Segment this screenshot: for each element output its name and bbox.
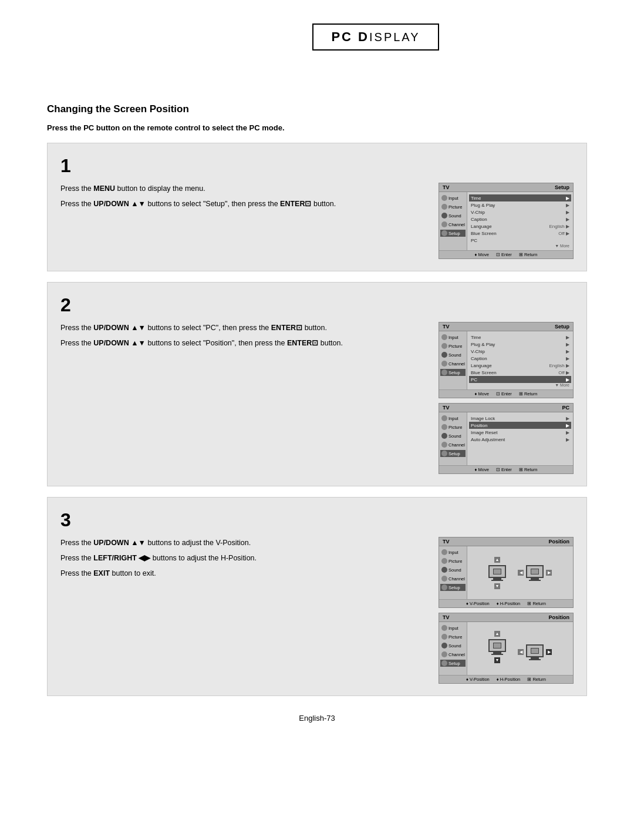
channel-icon-p1 (441, 576, 447, 582)
input-icon-3 (441, 415, 447, 421)
pos-main-1: ▲ (467, 546, 573, 599)
step-2-text: Press the UP/DOWN ▲▼ buttons to select "… (60, 322, 427, 352)
step-2-screen-1: TV Setup Input Picture (439, 322, 574, 398)
setup-icon-p1 (441, 584, 447, 590)
tv-sidebar-3: Input Picture Sound Channel (439, 412, 467, 465)
page-title: PC DISPLAY (331, 29, 420, 45)
input-icon-2 (441, 334, 447, 340)
step-3-screen-1: TV Position Input Picture (439, 537, 574, 608)
right-arrow-2: ▶ (546, 649, 552, 655)
title-box: PC DISPLAY (312, 23, 439, 51)
menu-time: Time▶ (469, 194, 571, 201)
step-3-block: 3 Press the UP/DOWN ▲▼ buttons to adjust… (47, 497, 587, 696)
sidebar-channel: Channel (440, 221, 466, 228)
step-3-text: Press the UP/DOWN ▲▼ buttons to adjust t… (60, 537, 427, 583)
tv-footer: ♦ Move ⊡ Enter ⊞ Return (439, 250, 573, 258)
left-arrow: ◀ (518, 570, 524, 576)
sidebar-sound: Sound (440, 212, 466, 219)
setup-icon-2 (441, 369, 447, 375)
input-icon-p2 (441, 625, 447, 631)
channel-icon-3 (441, 442, 447, 448)
tv-sidebar-pos2: Input Picture Sound Channel (439, 622, 467, 675)
sidebar-input: Input (440, 194, 466, 201)
picture-icon-3 (441, 424, 447, 430)
step-3-number: 3 (60, 509, 574, 531)
sound-icon-3 (441, 433, 447, 439)
more-indicator: ▼ More (471, 244, 569, 248)
step-2-block: 2 Press the UP/DOWN ▲▼ buttons to select… (47, 282, 587, 486)
step-1-screens: TV Setup Input Picture (439, 183, 574, 259)
channel-icon (441, 221, 447, 227)
menu-language: LanguageEnglish ▶ (471, 223, 569, 230)
step-2-screens: TV Setup Input Picture (439, 322, 574, 474)
right-arrow: ▶ (546, 570, 552, 576)
sound-icon-p2 (441, 643, 447, 649)
menu-pc: PC (471, 237, 569, 244)
pos-main-2: ▲ ▼ (467, 622, 573, 675)
title-container: PC DISPLAY (47, 23, 587, 74)
intro-text: Press the PC button on the remote contro… (47, 123, 587, 132)
step-2-number: 2 (60, 294, 574, 316)
input-icon-p1 (441, 549, 447, 555)
sound-icon-p1 (441, 567, 447, 573)
step-2-screen-2: TV PC Input Picture (439, 403, 574, 474)
section-heading: Changing the Screen Position (47, 103, 587, 115)
picture-icon-p1 (441, 558, 447, 564)
footer-page-number: 73 (326, 714, 335, 723)
monitor-icon-3 (488, 639, 506, 655)
step-3-screen-2: TV Position Input Picture (439, 613, 574, 684)
step-3-screens: TV Position Input Picture (439, 537, 574, 684)
monitor-icon-2 (526, 565, 544, 581)
picture-icon (441, 204, 447, 210)
menu-plug: Plug & Play▶ (471, 201, 569, 209)
input-icon (441, 195, 447, 201)
setup-icon (441, 230, 447, 236)
sound-icon-2 (441, 352, 447, 358)
monitor-icon (488, 565, 506, 581)
picture-icon-p2 (441, 634, 447, 640)
channel-icon-2 (441, 361, 447, 367)
sidebar-setup: Setup (440, 230, 466, 237)
tv-sidebar-pos1: Input Picture Sound Channel (439, 546, 467, 599)
pos-icon-area-2: ▲ ▼ (471, 634, 569, 663)
step-1-text: Press the MENU button to display the men… (60, 183, 427, 213)
footer-language: English- (299, 714, 326, 723)
step-1-number: 1 (60, 155, 574, 177)
up-arrow-2: ▲ (494, 631, 500, 637)
menu-caption: Caption▶ (471, 216, 569, 223)
tv-sidebar: Input Picture Sound Channel (439, 192, 467, 250)
more-2: ▼ More (471, 383, 569, 387)
menu-bluescreen: Blue ScreenOff ▶ (471, 230, 569, 237)
left-arrow-2: ◀ (518, 649, 524, 655)
sound-icon (441, 213, 447, 219)
step-1-block: 1 Press the MENU button to display the m… (47, 143, 587, 271)
down-arrow: ▼ (494, 583, 500, 589)
tv-main-menu: Time▶ Plug & Play▶ V-Chip▶ Caption▶ Lang (467, 192, 573, 250)
tv-pc-menu: Image Lock▶ Position▶ Image Reset▶ Auto … (467, 412, 573, 465)
menu-vchip: V-Chip▶ (471, 209, 569, 216)
tv-sidebar-2: Input Picture Sound Channel (439, 331, 467, 389)
up-arrow: ▲ (494, 557, 500, 563)
monitor-icon-4 (526, 644, 544, 660)
tv-main-2: Time▶ Plug & Play▶ V-Chip▶ Caption▶ Lang… (467, 331, 573, 389)
channel-icon-p2 (441, 651, 447, 657)
picture-icon-2 (441, 343, 447, 349)
down-arrow-2: ▼ (494, 657, 500, 663)
setup-icon-3 (441, 451, 447, 456)
page-footer: English-73 (47, 714, 587, 723)
step-1-screen-1: TV Setup Input Picture (439, 183, 574, 259)
sidebar-picture: Picture (440, 203, 466, 210)
setup-icon-p2 (441, 660, 447, 666)
pos-icon-area-1: ▲ (471, 557, 569, 589)
